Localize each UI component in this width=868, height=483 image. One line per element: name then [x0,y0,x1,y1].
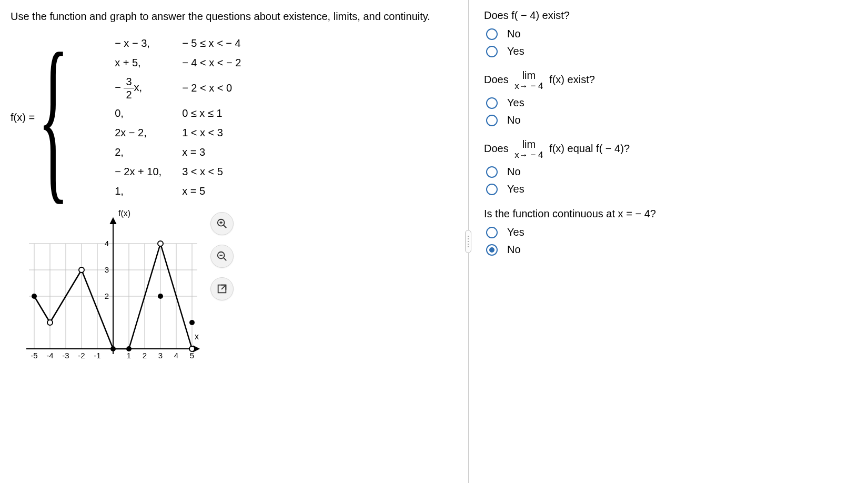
svg-text:2: 2 [143,351,147,360]
svg-point-39 [158,294,163,299]
lim-top: lim [522,70,536,80]
svg-point-38 [126,346,132,351]
pw-cond: 0 ≤ x ≤ 1 [182,107,277,119]
radio-icon [486,184,498,195]
svg-point-37 [110,346,116,351]
pw-cond: − 4 < x < − 2 [182,57,277,69]
zoom-in-button[interactable] [210,212,234,235]
svg-marker-16 [110,218,116,224]
svg-text:2: 2 [105,291,109,300]
pw-cond: x = 5 [182,185,277,197]
zoom-out-icon [216,250,228,262]
question-text: Is the function continuous at x = − 4? [484,208,857,220]
lim-bot: x→ − 4 [514,82,543,90]
limit-notation: limx→ − 4 [514,70,543,90]
svg-text:3: 3 [105,265,109,274]
svg-text:5: 5 [190,351,194,360]
brace-icon: { [38,29,69,206]
pw-cond: 1 < x < 3 [182,127,277,139]
frac-suffix: x, [134,82,143,93]
svg-text:4: 4 [105,239,109,248]
radio-icon [486,166,498,178]
radio-icon [486,46,498,57]
question-text: Does f( − 4) exist? [484,9,857,22]
limit-notation: limx→ − 4 [514,139,543,159]
svg-point-36 [32,294,37,299]
option-q4-no[interactable]: No [486,243,857,257]
piecewise-definition: f(x) = { − x − 3, − 5 ≤ x < − 4 x + 5, −… [11,29,452,206]
svg-line-46 [224,225,227,228]
pw-cond: x = 3 [182,146,277,158]
pw-cond: − 5 ≤ x < − 4 [182,37,277,49]
piecewise-grid: − x − 3, − 5 ≤ x < − 4 x + 5, − 4 < x < … [115,37,277,197]
pw-expr: − 32x, [115,76,178,100]
option-q3-no[interactable]: No [486,165,857,179]
pw-expr: 2, [115,146,178,158]
option-label: No [507,28,521,40]
question-text: Does limx→ − 4 f(x) exist? [484,70,857,90]
pw-cond: − 2 < x < 0 [182,82,277,94]
svg-point-41 [47,320,53,325]
graph-area: f(x) x [11,212,200,370]
option-q3-yes[interactable]: Yes [486,182,857,196]
axis-label-fx: f(x) [118,209,130,218]
pw-expr: − 2x + 10, [115,166,178,178]
svg-text:-3: -3 [62,351,69,360]
option-q2-no[interactable]: No [486,113,857,127]
problem-panel: Use the function and graph to answer the… [0,0,463,483]
svg-point-43 [158,241,163,246]
question-2: Does limx→ − 4 f(x) exist? Yes No [484,70,857,127]
option-label: Yes [507,183,524,195]
svg-text:1: 1 [127,351,131,360]
svg-line-50 [224,258,227,261]
frac-num: 3 [124,76,134,88]
svg-point-44 [189,346,195,351]
option-label: Yes [507,97,524,109]
question-1: Does f( − 4) exist? No Yes [484,9,857,58]
svg-text:-5: -5 [31,351,37,360]
radio-icon [486,28,498,40]
drag-handle[interactable] [465,230,471,253]
fraction: 32 [124,76,134,100]
svg-line-30 [34,296,50,323]
frac-prefix: − [115,82,124,93]
option-label: Yes [507,226,524,238]
question-text: Does limx→ − 4 f(x) equal f( − 4)? [484,139,857,159]
option-q1-no[interactable]: No [486,27,857,41]
pw-expr: 2x − 2, [115,127,178,139]
option-label: No [507,114,521,126]
q-prefix: Does [484,143,511,154]
popout-icon [216,283,228,295]
popout-button[interactable] [210,277,234,300]
option-q1-yes[interactable]: Yes [486,44,857,58]
svg-line-53 [221,285,226,289]
panel-divider [463,0,473,483]
q-suffix: f(x) equal f( − 4)? [549,143,630,154]
svg-text:-1: -1 [94,351,100,360]
q-prefix: Does [484,74,511,85]
function-graph: -5-4-3 -2-1 123 45 234 [11,212,200,370]
option-q2-yes[interactable]: Yes [486,96,857,110]
graph-toolbar [210,212,234,300]
svg-point-40 [189,320,195,325]
option-label: No [507,166,521,178]
pw-expr: 0, [115,107,178,119]
pw-cond: 3 < x < 5 [182,166,277,178]
pw-expr: − x − 3, [115,37,178,49]
question-3: Does limx→ − 4 f(x) equal f( − 4)? No Ye… [484,139,857,196]
radio-icon [486,115,498,126]
answer-panel: Does f( − 4) exist? No Yes Does limx→ − … [473,0,868,483]
question-4: Is the function continuous at x = − 4? Y… [484,208,857,257]
zoom-out-button[interactable] [210,245,234,268]
svg-text:-2: -2 [78,351,85,360]
lim-bot: x→ − 4 [514,150,543,159]
fx-label: f(x) = [11,112,35,124]
svg-text:-4: -4 [46,351,53,360]
svg-text:4: 4 [174,351,178,360]
zoom-in-icon [216,218,228,229]
radio-icon [486,244,498,256]
svg-text:3: 3 [158,351,163,360]
option-q4-yes[interactable]: Yes [486,225,857,239]
lim-top: lim [522,139,536,149]
axis-label-x: x [195,332,199,341]
